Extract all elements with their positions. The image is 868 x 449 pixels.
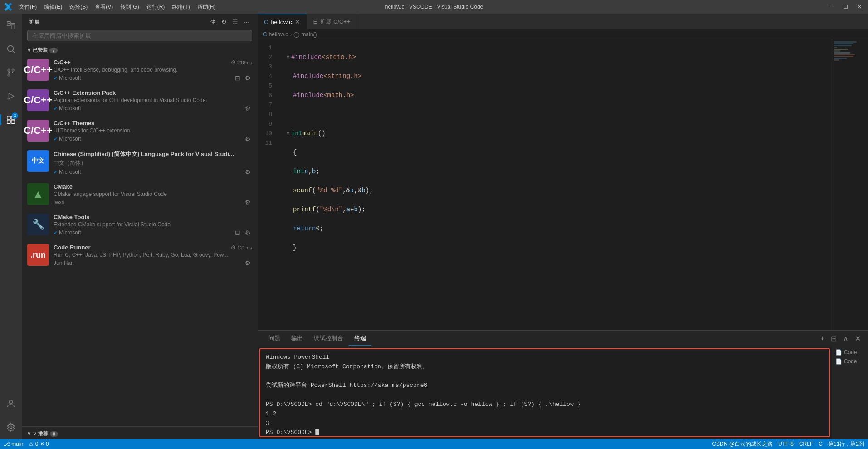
minimize-button[interactable]: ─ — [827, 3, 837, 11]
section-header-installed[interactable]: ∨ 已安装 7 — [22, 45, 258, 55]
extension-item-chinese[interactable]: 中文Chinese (Simplified) (简体中文) Language P… — [22, 146, 258, 180]
extension-item-cpp-ext-pack[interactable]: C/C++C/C++ Extension PackPopular extensi… — [22, 86, 258, 116]
section-header-recommended-left: ∨ ∨ 推荐 0 — [27, 430, 58, 437]
ext-gear-button-cpp[interactable]: ⚙ — [244, 74, 252, 82]
sidebar-item-settings[interactable] — [3, 419, 19, 435]
maximize-panel-button[interactable]: ∧ — [841, 333, 850, 344]
extension-item-cmake-tools[interactable]: 🔧CMake ToolsExtended CMake support for V… — [22, 210, 258, 240]
statusbar-encoding[interactable]: UTF-8 — [778, 441, 794, 447]
ext-pub-row-chinese: ✔ Microsoft⚙ — [54, 168, 252, 176]
menu-item-运行(R)[interactable]: 运行(R) — [144, 2, 168, 12]
ext-name-text-cpp-ext-pack: C/C++ Extension Pack — [54, 89, 116, 96]
fold-icon-1[interactable]: ∨ — [287, 53, 289, 62]
svg-line-7 — [13, 51, 15, 53]
statusbar-branch[interactable]: ⎇ main — [4, 441, 23, 447]
sidebar-item-source-control[interactable] — [3, 64, 19, 81]
ext-gear-button-code-runner[interactable]: ⚙ — [244, 259, 252, 267]
menu-item-选择(S)[interactable]: 选择(S) — [67, 2, 90, 12]
code-line-1: ∨#include <stdio.h> — [287, 53, 824, 62]
sidebar-item-run[interactable] — [3, 88, 19, 104]
svg-marker-12 — [9, 93, 14, 99]
panel-sidebar-item-code-1[interactable]: 📄 Code — [834, 348, 866, 356]
statusbar-errors[interactable]: ⚠ 0 ✕ 0 — [29, 441, 49, 447]
extension-item-cmake[interactable]: ▲CMakeCMake langage support for Visual S… — [22, 180, 258, 210]
ext-buttons-cpp-themes: ⚙ — [244, 135, 252, 143]
statusbar-language[interactable]: C — [819, 441, 823, 447]
tab-ext-cpp-label: 扩展 C/C++ — [320, 18, 350, 26]
ext-gear-button-cpp-ext-pack[interactable]: ⚙ — [244, 104, 252, 112]
panel-sidebar-item-code-2[interactable]: 📄 Code — [834, 357, 866, 366]
menu-item-查看(V)[interactable]: 查看(V) — [92, 2, 116, 12]
debug-activity-icon — [6, 91, 16, 101]
svg-point-8 — [8, 69, 10, 71]
panel-tab-output[interactable]: 输出 — [286, 332, 308, 346]
file-icon: 📄 — [835, 349, 842, 356]
menu-item-终端(T)[interactable]: 终端(T) — [169, 2, 192, 12]
sidebar-item-explorer[interactable] — [3, 17, 19, 34]
section-label: 已安装 — [33, 47, 48, 54]
ext-icon-code-runner: .run — [27, 244, 49, 266]
tab-ext-cpp[interactable]: E 扩展 C/C++ — [307, 14, 357, 29]
panel-tab-terminal[interactable]: 终端 — [349, 332, 371, 346]
ext-copy-button-cmake-tools[interactable]: ⊟ — [234, 229, 242, 237]
ext-pub-row-cpp-themes: ✔ Microsoft⚙ — [54, 135, 252, 143]
panel: 问题 输出 调试控制台 终端 + ⊟ ∧ ✕ Windows PowerShel… — [258, 330, 868, 439]
statusbar-position[interactable]: 第11行，第2列 — [828, 440, 864, 448]
terminal-line-5 — [266, 390, 824, 400]
statusbar-eol[interactable]: CRLF — [799, 441, 813, 447]
sidebar-item-search[interactable] — [3, 41, 19, 57]
add-terminal-button[interactable]: + — [819, 333, 826, 344]
ext-copy-button-cpp[interactable]: ⊟ — [234, 74, 242, 82]
panel-tab-debug[interactable]: 调试控制台 — [308, 332, 349, 346]
verified-icon-cmake-tools: ✔ — [54, 230, 58, 236]
ext-pub-row-cmake: twxs⚙ — [54, 198, 252, 206]
menu-item-帮助(H)[interactable]: 帮助(H) — [195, 2, 219, 12]
fold-icon-5[interactable]: ∨ — [287, 129, 289, 138]
code-content[interactable]: ∨#include <stdio.h> #include <string.h> … — [279, 39, 832, 330]
extension-item-code-runner[interactable]: .runCode Runner⏱ 121msRun C, C++, Java, … — [22, 240, 258, 271]
ext-desc-cmake: CMake langage support for Visual Studio … — [54, 191, 252, 197]
extension-item-cpp-themes[interactable]: C/C++C/C++ ThemesUI Themes for C/C++ ext… — [22, 116, 258, 146]
panel-tab-problems[interactable]: 问题 — [263, 332, 286, 346]
menu-item-编辑(E)[interactable]: 编辑(E) — [41, 2, 65, 12]
account-icon — [6, 399, 16, 409]
close-button[interactable]: ✕ — [854, 3, 864, 11]
section-header-recommended[interactable]: ∨ ∨ 推荐 0 — [22, 426, 258, 439]
terminal-line-9: PS D:\VSCODE> █ — [266, 428, 824, 437]
ext-info-cpp-themes: C/C++ ThemesUI Themes for C/C++ extensio… — [54, 120, 252, 143]
split-terminal-button[interactable]: ⊟ — [829, 333, 839, 344]
minimap-line — [834, 59, 839, 61]
extension-item-cpp[interactable]: C/C++C/C++⏱ 218msC/C++ IntelliSense, deb… — [22, 55, 258, 86]
more-actions-button[interactable]: ··· — [242, 17, 250, 26]
close-panel-button[interactable]: ✕ — [853, 333, 863, 344]
refresh-button[interactable]: ↻ — [220, 17, 228, 26]
extension-search-input[interactable] — [27, 30, 252, 41]
ext-name-text-cmake: CMake — [54, 183, 73, 190]
tab-hellow-c-close[interactable]: ✕ — [295, 18, 300, 25]
maximize-button[interactable]: ☐ — [840, 3, 851, 11]
filter-button[interactable]: ⚗ — [209, 17, 217, 26]
terminal-content[interactable]: Windows PowerShell 版权所有 (C) Microsoft Co… — [259, 348, 830, 437]
sidebar-item-extensions[interactable]: 3 — [3, 112, 19, 128]
list-view-button[interactable]: ☰ — [231, 17, 239, 26]
gear-icon — [6, 422, 16, 432]
sidebar-item-account[interactable] — [3, 395, 19, 412]
ext-info-chinese: Chinese (Simplified) (简体中文) Language Pac… — [54, 150, 252, 176]
ext-desc-cpp-ext-pack: Popular extensions for C++ development i… — [54, 97, 252, 103]
ext-gear-button-cmake-tools[interactable]: ⚙ — [244, 229, 252, 237]
ext-gear-button-cmake[interactable]: ⚙ — [244, 198, 252, 206]
menu-item-文件(F)[interactable]: 文件(F) — [16, 2, 39, 12]
code-editor: 1 2 3 4 5 6 7 8 9 10 11 ∨#include <stdio… — [258, 39, 868, 330]
ext-gear-button-cpp-themes[interactable]: ⚙ — [244, 135, 252, 143]
terminal-line-4: 尝试新的跨平台 PowerShell https://aka.ms/pscore… — [266, 381, 824, 390]
extensions-badge: 3 — [12, 112, 18, 119]
minimap-line — [834, 43, 853, 44]
tab-hellow-c[interactable]: C hellow.c ✕ — [258, 14, 307, 29]
code-line-2: #include <string.h> — [287, 72, 824, 81]
code-line-11: } — [287, 243, 824, 253]
ext-gear-button-chinese[interactable]: ⚙ — [244, 168, 252, 176]
menu-item-转到(G)[interactable]: 转到(G) — [117, 2, 141, 12]
minimap-line — [834, 49, 848, 50]
breadcrumb-func[interactable]: main() — [301, 31, 317, 38]
breadcrumb-file[interactable]: hellow.c — [269, 31, 288, 38]
